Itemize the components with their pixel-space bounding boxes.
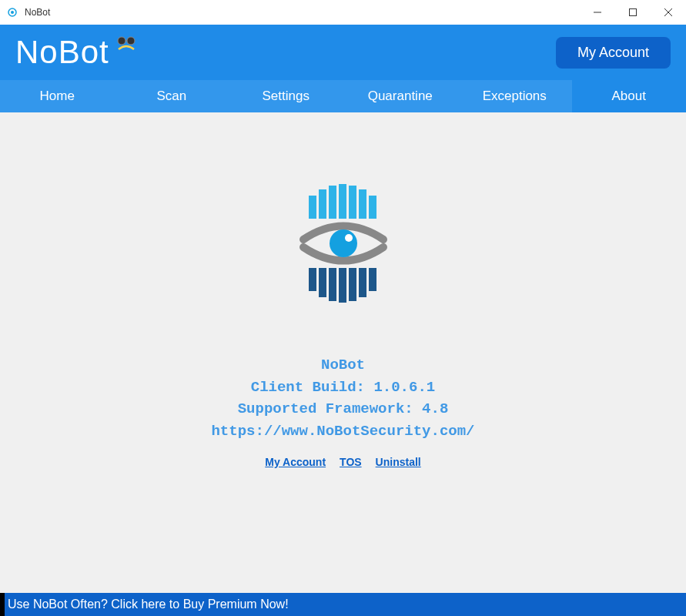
links-row: My Account TOS Uninstall: [265, 456, 420, 468]
svg-rect-21: [339, 268, 346, 303]
shield-eye-logo-icon: [266, 174, 420, 331]
framework-version: Supported Framework: 4.8: [211, 398, 474, 420]
website-url: https://www.NoBotSecurity.com/: [211, 420, 474, 443]
app-icon: [6, 6, 18, 18]
titlebar: NoBot: [0, 0, 686, 25]
svg-rect-9: [309, 196, 316, 219]
my-account-link[interactable]: My Account: [265, 456, 326, 468]
nav-settings[interactable]: Settings: [229, 80, 343, 112]
svg-point-7: [127, 37, 135, 45]
svg-rect-12: [339, 184, 346, 219]
uninstall-link[interactable]: Uninstall: [376, 456, 421, 468]
svg-rect-20: [329, 268, 336, 301]
nav-scan[interactable]: Scan: [115, 80, 229, 112]
titlebar-left: NoBot: [6, 6, 50, 18]
svg-rect-13: [349, 186, 356, 219]
client-build: Client Build: 1.0.6.1: [211, 377, 474, 399]
svg-rect-3: [630, 9, 637, 16]
logo-eye-icon: [112, 31, 142, 68]
nav-home[interactable]: Home: [0, 80, 115, 112]
logo-text: NoBot: [15, 34, 109, 71]
svg-rect-24: [369, 268, 376, 291]
content-area: NoBot Client Build: 1.0.6.1 Supported Fr…: [0, 112, 686, 593]
svg-point-1: [11, 11, 14, 14]
nav-exceptions[interactable]: Exceptions: [457, 80, 572, 112]
titlebar-controls: [580, 0, 686, 25]
tos-link[interactable]: TOS: [340, 456, 362, 468]
svg-point-17: [345, 234, 353, 242]
svg-rect-18: [309, 268, 316, 291]
svg-point-16: [330, 229, 357, 257]
svg-rect-14: [359, 189, 366, 219]
svg-rect-15: [369, 196, 376, 219]
svg-rect-10: [319, 189, 326, 219]
svg-rect-19: [319, 268, 326, 297]
premium-promo-link[interactable]: Use NoBot Often? Click here to Buy Premi…: [5, 598, 289, 611]
product-name: NoBot: [211, 354, 474, 377]
nav-about[interactable]: About: [572, 80, 687, 112]
svg-point-6: [118, 37, 125, 45]
footer: Use NoBot Often? Click here to Buy Premi…: [0, 593, 686, 616]
maximize-button[interactable]: [615, 0, 651, 25]
app-logo: NoBot: [15, 34, 142, 71]
titlebar-title: NoBot: [25, 7, 50, 18]
navbar: Home Scan Settings Quarantine Exceptions…: [0, 80, 686, 112]
nav-quarantine[interactable]: Quarantine: [343, 80, 458, 112]
my-account-button[interactable]: My Account: [556, 37, 671, 69]
header: NoBot My Account: [0, 25, 686, 80]
svg-rect-22: [349, 268, 356, 301]
svg-rect-11: [329, 186, 336, 219]
minimize-button[interactable]: [580, 0, 615, 25]
about-info: NoBot Client Build: 1.0.6.1 Supported Fr…: [211, 354, 474, 442]
svg-rect-23: [359, 268, 366, 297]
close-button[interactable]: [651, 0, 686, 25]
